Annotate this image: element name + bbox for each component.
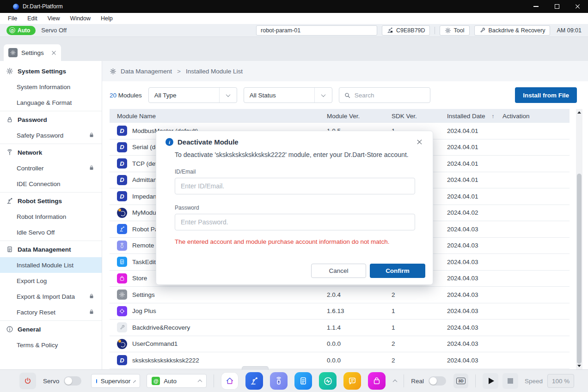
real-label: Real — [411, 378, 424, 385]
close-icon — [575, 4, 581, 9]
dialog-close-icon[interactable] — [416, 139, 423, 145]
col-module-name[interactable]: Module Name — [110, 113, 327, 120]
lock-icon — [6, 116, 13, 123]
table-row[interactable]: Backdrive&Recovery 1.1.4 1 2024.04.03 — [110, 320, 570, 336]
sidebar-item-system-information[interactable]: System Information — [0, 79, 102, 95]
table-scrollbar[interactable] — [576, 109, 582, 369]
minimize-button[interactable] — [526, 0, 546, 13]
speed-label: Speed — [525, 378, 543, 385]
sidebar-section-robot-settings[interactable]: Robot Settings — [0, 193, 102, 209]
locked-icon — [88, 293, 95, 301]
robot-serial-badge[interactable]: C9E8B79D — [382, 25, 430, 36]
dock-home-icon[interactable] — [221, 372, 239, 390]
install-from-file-button[interactable]: Install from File — [515, 87, 577, 103]
sidebar-item-terms-policy[interactable]: Terms & Policy — [0, 337, 102, 353]
sidebar-section-general[interactable]: General — [0, 321, 102, 337]
backdrive-recovery-button[interactable]: Backdrive & Recovery — [474, 25, 551, 36]
scroll-up-icon[interactable] — [577, 111, 581, 114]
taskbar-divider — [404, 374, 404, 387]
scrollbar-thumb[interactable] — [577, 174, 582, 364]
power-button[interactable] — [19, 373, 36, 389]
sidebar-item-language-format[interactable]: Language & Format — [0, 95, 102, 110]
mode-select[interactable]: Auto — [147, 374, 207, 388]
scroll-down-icon[interactable] — [577, 365, 581, 367]
cancel-button[interactable]: Cancel — [311, 264, 366, 278]
remote-control-module-icon — [117, 241, 127, 251]
menu-file[interactable]: File — [3, 15, 22, 22]
col-module-ver[interactable]: Module Ver. — [327, 113, 392, 120]
real-toggle[interactable] — [429, 376, 446, 386]
menu-view[interactable]: View — [43, 15, 65, 22]
dock-log-icon[interactable] — [343, 372, 361, 390]
sidebar-section-system-settings[interactable]: System Settings — [0, 63, 102, 79]
table-row[interactable]: UserCommand1 0.0.0 2 2024.04.03 — [110, 336, 570, 353]
menu-help[interactable]: Help — [96, 15, 118, 22]
search-input[interactable] — [355, 92, 425, 99]
servo-toggle[interactable] — [64, 376, 81, 386]
password-field[interactable] — [175, 214, 415, 230]
3d-view-button[interactable] — [453, 374, 468, 388]
dock-robot-params-icon[interactable] — [245, 372, 263, 390]
dock-store-icon[interactable] — [368, 372, 386, 390]
menu-window[interactable]: Window — [65, 15, 96, 22]
app-logo-icon — [13, 4, 19, 10]
close-button[interactable] — [567, 0, 588, 13]
col-sdk-ver[interactable]: SDK Ver. — [392, 113, 447, 120]
id-email-field[interactable] — [175, 178, 415, 194]
dialog-message: To deactivate 'skskskskskskksksk2222' mo… — [175, 149, 422, 161]
breadcrumb-parent[interactable]: Data Management — [121, 68, 172, 75]
settings-tab-icon — [8, 48, 18, 57]
table-row[interactable]: Settings 2.0.4 2 2024.04.03 — [110, 287, 570, 303]
window-title: Dr.Dart-Platform — [23, 3, 63, 10]
locked-icon — [88, 308, 95, 316]
locked-icon — [88, 164, 95, 172]
table-row[interactable]: skskskskskskksksk2222 0.0.0 2 2024.04.03 — [110, 352, 570, 369]
taskbar-handle[interactable] — [242, 366, 269, 370]
tab-bar: Settings — [0, 37, 588, 61]
table-row[interactable]: Jog Plus 1.6.13 1 2024.04.03 — [110, 303, 570, 320]
breadcrumb-separator: > — [176, 68, 182, 75]
dart-module-icon — [117, 191, 127, 201]
robot-icon — [6, 197, 13, 205]
col-activation[interactable]: Activation — [502, 113, 546, 120]
sidebar-section-network[interactable]: Network — [0, 145, 102, 160]
stop-icon — [508, 378, 513, 384]
confirm-button[interactable]: Confirm — [370, 264, 425, 278]
settings-module-icon — [117, 289, 127, 300]
dock-monitoring-icon[interactable] — [319, 372, 337, 390]
sidebar-item-controller[interactable]: Controller — [0, 160, 102, 176]
robot-param-input[interactable] — [256, 25, 377, 36]
robot-lock-icon — [386, 27, 393, 34]
module-search — [339, 87, 430, 103]
dock-collapse-icon[interactable] — [393, 379, 398, 384]
auto-icon — [9, 27, 15, 33]
sidebar-item-export-import-data[interactable]: Export & Import Data — [0, 289, 102, 304]
stop-button[interactable] — [502, 373, 518, 389]
sidebar-section-data-management[interactable]: Data Management — [0, 241, 102, 257]
speed-value[interactable]: 100 % — [547, 374, 574, 388]
sidebar-item-ide-connection[interactable]: IDE Connection — [0, 176, 102, 192]
tool-button[interactable]: Tool — [440, 25, 470, 36]
status-toolbar: Auto Servo Off C9E8B79D Tool Backdrive &… — [0, 24, 588, 37]
sidebar-item-factory-reset[interactable]: Factory Reset — [0, 304, 102, 320]
sidebar-item-robot-information[interactable]: Robot Information — [0, 209, 102, 224]
dock-remote-control-icon[interactable] — [270, 372, 288, 390]
3d-icon — [456, 378, 466, 384]
role-select[interactable]: Supervisor — [91, 374, 140, 388]
dock-task-editor-icon[interactable] — [294, 372, 312, 390]
status-filter-select[interactable]: All Status — [244, 87, 332, 103]
sort-ascending-icon[interactable]: ↑ — [491, 113, 494, 120]
sidebar-item-safety-password[interactable]: Safety Password — [0, 127, 102, 143]
menu-edit[interactable]: Edit — [22, 15, 43, 22]
col-installed-date[interactable]: Installed Date ↑ — [447, 113, 502, 120]
sidebar-item-export-log[interactable]: Export Log — [0, 273, 102, 289]
play-button[interactable] — [483, 373, 498, 389]
tab-close-icon[interactable] — [51, 50, 56, 55]
tab-settings[interactable]: Settings — [4, 44, 61, 61]
sidebar-section-password[interactable]: Password — [0, 112, 102, 127]
maximize-button[interactable] — [546, 0, 567, 13]
type-filter-select[interactable]: All Type — [148, 87, 237, 103]
robot-params-module-icon — [117, 224, 127, 234]
sidebar-item-idle-servo-off[interactable]: Idle Servo Off — [0, 224, 102, 240]
sidebar-item-installed-module-list[interactable]: Installed Module List — [0, 257, 102, 273]
